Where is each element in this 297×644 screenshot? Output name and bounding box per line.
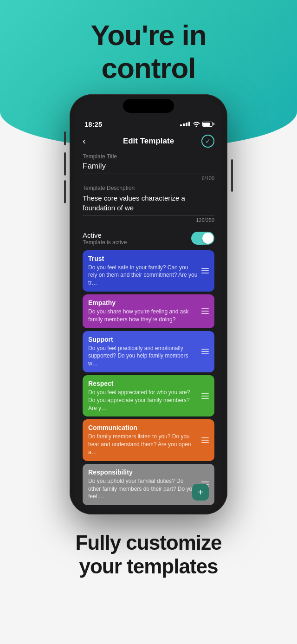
card-title-empathy: Empathy bbox=[88, 299, 209, 306]
side-button-vol-up bbox=[64, 152, 66, 176]
phone-mockup: 18:25 bbox=[0, 94, 297, 515]
drag-line bbox=[201, 313, 209, 314]
card-desc-empathy: Do you share how you're feeling and ask … bbox=[88, 308, 209, 324]
card-desc-support: Do you feel practically and emotionally … bbox=[88, 345, 209, 368]
active-toggle[interactable] bbox=[191, 232, 214, 245]
card-title-support: Support bbox=[88, 336, 209, 343]
card-title-responsibility: Responsibility bbox=[88, 468, 209, 476]
nav-title: Edit Template bbox=[123, 137, 174, 146]
toggle-label-group: Active Template is active bbox=[83, 231, 127, 246]
drag-line bbox=[201, 398, 209, 399]
drag-line bbox=[201, 393, 209, 394]
card-title-communication: Communication bbox=[88, 424, 209, 431]
add-card-button[interactable]: + bbox=[192, 484, 209, 501]
drag-line bbox=[201, 437, 209, 438]
title-input[interactable]: Family bbox=[83, 162, 214, 174]
desc-label: Template Description bbox=[83, 185, 214, 191]
card-empathy[interactable]: EmpathyDo you share how you're feeling a… bbox=[83, 294, 214, 328]
status-icons bbox=[180, 121, 213, 127]
bottom-line1: Fully customize bbox=[75, 531, 221, 554]
drag-line bbox=[201, 481, 209, 482]
battery-fill bbox=[203, 123, 210, 126]
status-bar: 18:25 bbox=[74, 115, 223, 131]
signal-icon bbox=[180, 122, 190, 126]
side-button-power bbox=[231, 159, 233, 192]
card-desc-communication: Do family members listen to you? Do you … bbox=[88, 433, 209, 456]
card-desc-trust: Do you feel safe in your family? Can you… bbox=[88, 264, 209, 287]
drag-line bbox=[201, 308, 209, 309]
desc-input[interactable]: These core values characterize a foundat… bbox=[83, 193, 214, 216]
active-label: Active bbox=[83, 231, 127, 239]
card-support[interactable]: SupportDo you feel practically and emoti… bbox=[83, 331, 214, 372]
phone-screen: 18:25 bbox=[74, 99, 223, 510]
phone-frame: 18:25 bbox=[70, 94, 227, 515]
wifi-icon bbox=[193, 121, 200, 127]
hero-text: You're in control bbox=[0, 0, 297, 85]
drag-line bbox=[201, 442, 209, 443]
confirm-button[interactable]: ✓ bbox=[201, 135, 214, 148]
nav-bar: ‹ Edit Template ✓ bbox=[74, 131, 223, 151]
card-respect[interactable]: RespectDo you feel appreciated for who y… bbox=[83, 375, 214, 416]
card-communication[interactable]: CommunicationDo family members listen to… bbox=[83, 419, 214, 461]
dynamic-island bbox=[123, 99, 174, 113]
card-title-respect: Respect bbox=[88, 380, 209, 387]
hero-line2: control bbox=[101, 52, 195, 84]
drag-line bbox=[201, 353, 209, 354]
card-title-trust: Trust bbox=[88, 255, 209, 262]
drag-handle-respect[interactable] bbox=[201, 393, 209, 399]
drag-line bbox=[201, 351, 209, 352]
card-list: TrustDo you feel safe in your family? Ca… bbox=[74, 247, 223, 510]
side-button-silent bbox=[64, 131, 66, 145]
drag-line bbox=[201, 273, 209, 273]
drag-line bbox=[201, 311, 209, 312]
drag-line bbox=[201, 270, 209, 271]
battery-icon bbox=[202, 122, 213, 127]
form-section: Template Title Family 6/100 Template Des… bbox=[74, 151, 223, 227]
active-toggle-row: Active Template is active bbox=[74, 227, 223, 247]
title-counter: 6/100 bbox=[83, 174, 214, 185]
card-trust[interactable]: TrustDo you feel safe in your family? Ca… bbox=[83, 250, 214, 292]
bottom-text: Fully customize your templates bbox=[0, 514, 297, 592]
card-desc-respect: Do you feel appreciated for who you are?… bbox=[88, 389, 209, 412]
drag-line bbox=[201, 349, 209, 350]
status-time: 18:25 bbox=[84, 120, 102, 128]
card-responsibility[interactable]: ResponsibilityDo you uphold your familia… bbox=[83, 464, 214, 505]
title-label: Template Title bbox=[83, 153, 214, 160]
toggle-knob bbox=[202, 233, 213, 244]
desc-counter: 126/250 bbox=[83, 216, 214, 227]
drag-line bbox=[201, 396, 209, 397]
drag-line bbox=[201, 440, 209, 441]
drag-handle-communication[interactable] bbox=[201, 437, 209, 443]
back-button[interactable]: ‹ bbox=[83, 136, 96, 146]
card-desc-responsibility: Do you uphold your familial duties? Do o… bbox=[88, 477, 209, 501]
hero-line1: You're in bbox=[90, 19, 206, 51]
side-button-vol-down bbox=[64, 180, 66, 203]
drag-handle-trust[interactable] bbox=[201, 268, 209, 273]
drag-handle-empathy[interactable] bbox=[201, 308, 209, 314]
active-sublabel: Template is active bbox=[83, 239, 127, 246]
drag-handle-support[interactable] bbox=[201, 349, 209, 354]
bottom-line2: your templates bbox=[79, 555, 218, 578]
drag-line bbox=[201, 268, 209, 269]
